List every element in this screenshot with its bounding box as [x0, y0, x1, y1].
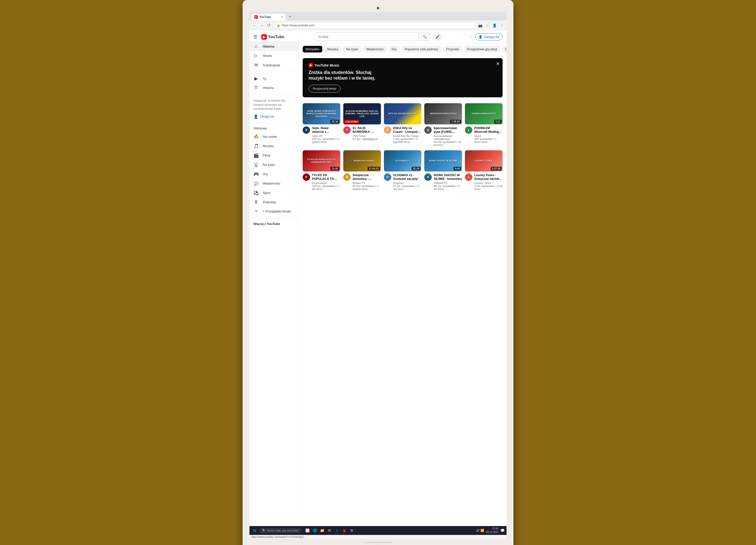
taskbar-search[interactable]: 🔍 Wpisz tutaj, aby wyszukać [259, 528, 302, 533]
sidebar-item-movies[interactable]: 🎬 Filmy [249, 151, 298, 160]
sidebar-item-subscriptions[interactable]: ✉ Subskrypcje [249, 60, 298, 70]
start-button[interactable]: ⊞ [251, 528, 258, 534]
more-button[interactable]: ⋮ [499, 22, 505, 28]
taskbar-icon-mail[interactable]: ✉ [327, 528, 332, 533]
tab-close-button[interactable]: × [281, 15, 283, 19]
channel-avatar-6: P [303, 173, 310, 181]
sidebar-item-podcasts[interactable]: 🎙 Podcasty [249, 197, 298, 207]
sidebar-label-gaming: Gry [263, 172, 268, 176]
bookmark-button[interactable]: ☆ [485, 22, 490, 28]
channel-avatar-1: S [303, 126, 310, 134]
sidebar-item-shorts[interactable]: ▷ Shorts [249, 51, 298, 60]
sidebar-item-browse-channels[interactable]: + + Przeglądaj kanały [249, 207, 298, 216]
video-card-2[interactable]: 61 RAJD BARBÓRKA 2023 OS. KAROWA - PRZEJ… [343, 103, 381, 147]
filter-chip-news[interactable]: Wiadomości [363, 46, 387, 52]
sidebar-item-you[interactable]: ▶ Ty [249, 74, 298, 83]
video-meta-9: NOWA JAKOŚĆ W SEJMIE - komentarz Polityk… [434, 173, 462, 190]
tab-favicon: ▶ [254, 15, 258, 19]
laptop-speaker [249, 542, 507, 543]
forward-button[interactable]: → [259, 22, 265, 29]
filter-chip-all[interactable]: Wszystko [303, 46, 322, 52]
video-info-8: V VLOGMAS #1 - Grudzień zaczęty! Vlogmas… [384, 171, 422, 191]
screenshot-button[interactable]: 📷 [477, 22, 483, 28]
sidebar-item-trending[interactable]: 🔥 Na czasie [249, 132, 298, 141]
lock-icon: 🔒 [277, 24, 280, 27]
ad-close-button[interactable]: ✕ [496, 61, 500, 66]
mic-button[interactable]: 🎤 [433, 32, 442, 41]
video-card-10[interactable]: LOONEY TUNES 5:27:25 L Looney Tunes - Kl… [465, 150, 503, 191]
filter-chip-travel[interactable]: Popularne cele podróży [402, 46, 441, 52]
back-button[interactable]: ← [251, 22, 257, 29]
profile-button[interactable]: 👤 [492, 22, 498, 28]
video-stats-2: 8,5 tys. oglądających [353, 137, 381, 140]
channel-name-8: Vlogmas [393, 181, 422, 184]
more-options-button[interactable]: ⋮ [468, 34, 473, 40]
sidebar-item-gaming[interactable]: 🎮 Gry [249, 169, 298, 179]
signin-button[interactable]: 👤 Zaloguj się [475, 33, 503, 40]
video-card-6[interactable]: TYLKO 2% POPULACJI TO: OSOBOWOŚĆ INFJ 11… [303, 150, 340, 191]
channel-name-4: Кинокомпания «Мосфильм» [434, 134, 462, 140]
taskbar-icon-app2[interactable]: ◉ [341, 528, 347, 533]
thumb-overlay-3: HITY NA CZASIE ESKA MIX [384, 103, 422, 124]
thumb-text-10: LOONEY TUNES [475, 159, 493, 162]
filter-chip-gaming[interactable]: Gry [389, 46, 400, 52]
taskbar-icon-edge[interactable]: 🌐 [312, 528, 318, 533]
video-card-9[interactable]: NOWA JAKOŚĆ W SEJMIE 9:43 P NOWA JAKOŚĆ … [424, 150, 462, 191]
sidebar-item-news[interactable]: 📰 Wiadomości [249, 179, 298, 188]
video-card-5[interactable]: PODBÓJ MINECRAFTA 5:21 x PODBIŁEM Minecr… [465, 103, 503, 147]
search-button[interactable]: 🔍 [418, 33, 431, 41]
new-tab-button[interactable]: + [287, 13, 294, 20]
video-info-7: R Świąteczna atmosfera - relaksująca muz… [343, 171, 381, 191]
video-card-8[interactable]: VLOGMAS #1 32:19 V VLOGMAS #1 - Grudzień… [384, 150, 422, 191]
sidebar-item-sport[interactable]: ⚽ Sport [249, 188, 298, 197]
video-card-1[interactable]: SEJM. NOWE OTWARCIE Z MARSZAŁKIEM SZYMON… [303, 103, 340, 147]
video-duration-9: 9:43 [454, 167, 461, 170]
history-icon: ⏱ [253, 85, 259, 90]
search-input[interactable] [314, 33, 418, 41]
sidebar-item-music[interactable]: 🎵 Muzyka [249, 141, 298, 151]
filter-chip-cooking[interactable]: Gotowanie [502, 46, 507, 52]
channel-name-5: xAzot [474, 134, 503, 137]
filter-chip-music[interactable]: Muzyka [324, 46, 341, 52]
video-stats-1: 240 tys. wyświetleń • 5 godzin temu [312, 137, 340, 143]
video-duration-5: 5:21 [494, 120, 502, 123]
taskbar-time: 17:41 [486, 527, 498, 530]
taskbar-icon-taskview[interactable]: ⬜ [304, 528, 310, 533]
ad-cta-button[interactable]: Rozpocznij teraz [309, 85, 341, 92]
notification-icon[interactable]: 💬 [500, 529, 505, 532]
refresh-button[interactable]: ↺ [266, 22, 271, 29]
sidebar-item-live[interactable]: 📡 Na żywo [249, 160, 298, 169]
browser-tabs: ▶ YouTube × + [249, 12, 507, 20]
video-thumbnail-1: SEJM. NOWE OTWARCIE Z MARSZAŁKIEM SZYMON… [303, 103, 340, 124]
music-icon: 🎵 [253, 143, 259, 149]
mic-icon: 🎤 [435, 35, 440, 39]
active-tab[interactable]: ▶ YouTube × [251, 14, 286, 20]
video-meta-3: ESKA Hity na Czasie - Listopad 2023 vol.… [393, 126, 422, 143]
you-icon: ▶ [253, 76, 259, 81]
youtube-app: ☰ ▶ YouTube ⌂ Główna ▷ Shorts ✉ Subskry [249, 30, 507, 526]
video-thumbnail-7: 🎄 Świąteczna muzyka 11:54:23 [343, 150, 381, 171]
youtube-logo[interactable]: ▶ YouTube [261, 34, 284, 40]
search-container: 🔍 🎤 [314, 32, 442, 41]
hamburger-icon[interactable]: ☰ [253, 34, 257, 40]
address-bar[interactable]: 🔒 https://www.youtube.com [273, 22, 476, 29]
ad-banner: ▶ YouTube Music Zniżka dla studentów. Sł… [303, 58, 503, 97]
taskbar-icon-settings[interactable]: ⚙ [349, 528, 355, 533]
sidebar-item-history[interactable]: ⏱ Historia [249, 83, 298, 92]
taskbar-icon-app1[interactable]: ● [334, 528, 340, 533]
video-card-7[interactable]: 🎄 Świąteczna muzyka 11:54:23 R Świąteczn… [343, 150, 381, 191]
taskbar-icon-explorer[interactable]: 📁 [319, 528, 325, 533]
filter-chip-nature[interactable]: Przyroda [443, 46, 462, 52]
gaming-icon: 🎮 [253, 171, 259, 177]
video-title-6: TYLKO 2% POPULACJI TO: OSOBOWOŚĆ INFJ [312, 173, 340, 181]
sidebar-signin-button[interactable]: 👤 Zaloguj się [249, 113, 298, 120]
sidebar-item-home[interactable]: ⌂ Główna [249, 42, 298, 51]
video-duration-6: 11:02 [330, 167, 339, 170]
filter-chip-live[interactable]: Na żywo [343, 46, 361, 52]
sidebar-label-music: Muzyka [263, 144, 274, 148]
video-card-3[interactable]: HITY NA CZASIE ESKA MIX E ESKA Hity na C… [384, 103, 422, 147]
video-meta-7: Świąteczna atmosfera - relaksująca muzyk… [353, 173, 381, 190]
filter-chip-action[interactable]: Przygodowe gry akcji [464, 46, 500, 52]
video-card-4[interactable]: БРИЛЛИАНТОВАЯ РУКА 1:38:20 К Бриллиантов… [424, 103, 462, 147]
search-icon: 🔍 [423, 35, 427, 39]
